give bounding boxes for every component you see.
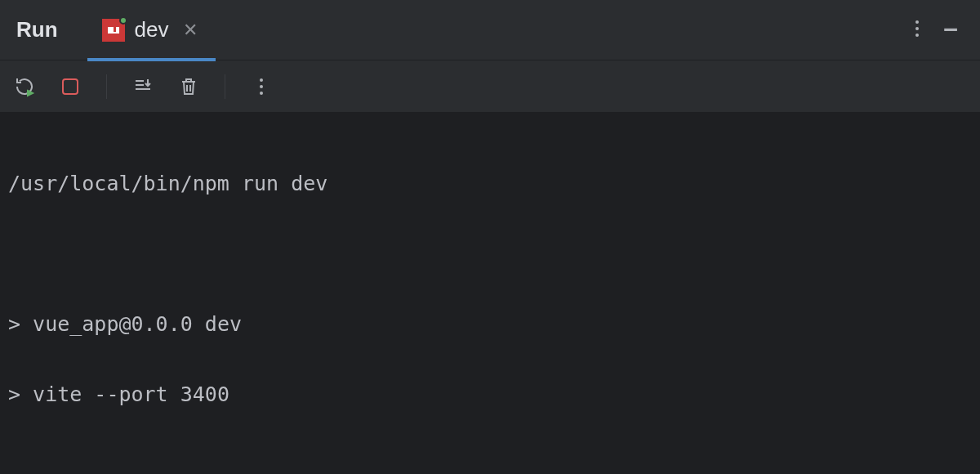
- more-options-icon[interactable]: [915, 19, 920, 42]
- close-tab-icon[interactable]: ✕: [178, 20, 198, 41]
- run-toolbar: [0, 60, 980, 113]
- toolbar-divider: [225, 74, 225, 99]
- npm-script-line: > vue_app@0.0.0 dev: [8, 306, 972, 342]
- svg-point-3: [915, 20, 919, 24]
- tab-label: dev: [135, 17, 169, 42]
- header-right: —: [915, 16, 980, 44]
- vite-command-line: > vite --port 3400: [8, 377, 972, 412]
- toolbar-divider: [106, 74, 107, 99]
- clear-all-button[interactable]: [176, 74, 202, 100]
- header-left: Run dev ✕: [16, 0, 216, 60]
- svg-point-5: [915, 34, 919, 37]
- run-panel-header: Run dev ✕ —: [0, 0, 980, 60]
- command-line: /usr/local/bin/npm run dev: [8, 166, 972, 201]
- running-indicator-dot: [119, 16, 127, 25]
- console-output[interactable]: /usr/local/bin/npm run dev > vue_app@0.0…: [0, 113, 980, 474]
- svg-point-4: [915, 27, 919, 30]
- minimize-icon[interactable]: —: [944, 16, 957, 44]
- svg-point-8: [260, 92, 263, 95]
- scroll-to-end-button[interactable]: [130, 74, 156, 100]
- svg-point-7: [260, 85, 263, 88]
- run-tab-dev[interactable]: dev ✕: [87, 0, 216, 60]
- active-tab-indicator: [87, 58, 216, 61]
- rerun-button[interactable]: [11, 74, 38, 100]
- panel-title: Run: [16, 17, 87, 42]
- toolbar-more-icon[interactable]: [248, 74, 274, 100]
- stop-button[interactable]: [57, 74, 83, 100]
- svg-point-6: [260, 78, 263, 82]
- svg-rect-2: [114, 27, 116, 32]
- npm-icon: [102, 19, 125, 42]
